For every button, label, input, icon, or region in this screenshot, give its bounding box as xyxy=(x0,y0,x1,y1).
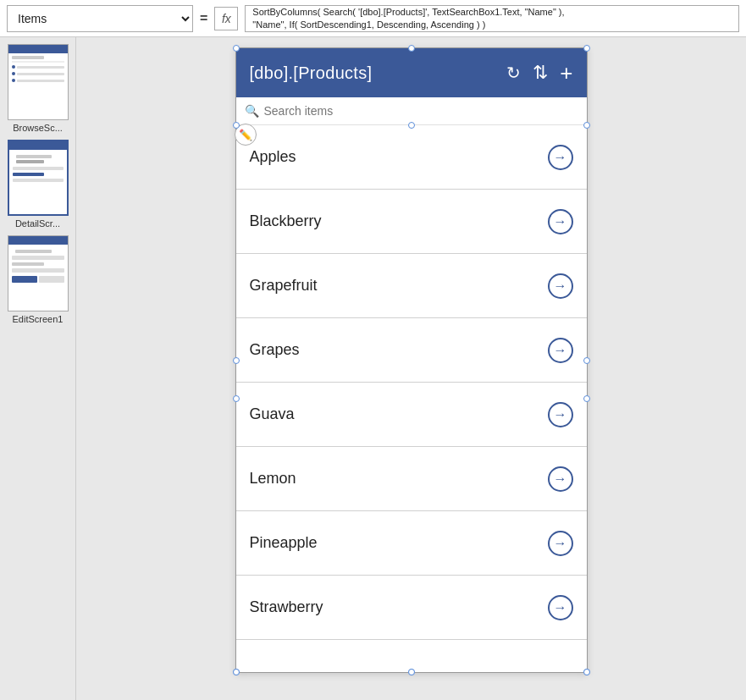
arrow-icon[interactable]: → xyxy=(548,273,573,299)
arrow-icon[interactable]: → xyxy=(548,466,573,492)
search-icon: 🔍 xyxy=(245,104,259,118)
list-item-empty xyxy=(236,640,587,672)
arrow-icon[interactable]: → xyxy=(548,402,573,427)
sidebar-item-browse[interactable]: BrowseSc... xyxy=(3,44,72,133)
sort-icon[interactable]: ⇅ xyxy=(533,62,548,84)
arrow-icon[interactable]: → xyxy=(548,531,573,556)
inner-handle-tl[interactable] xyxy=(233,122,240,129)
inner-handle-ml[interactable] xyxy=(233,395,240,402)
handle-tm[interactable] xyxy=(408,45,415,52)
inner-handle-mr[interactable] xyxy=(583,395,590,402)
inner-handle-bl[interactable] xyxy=(233,669,240,675)
app-frame: [dbo].[Products] ↻ ⇅ + 🔍 ✏️ xyxy=(235,47,588,673)
detail-thumb xyxy=(8,140,69,216)
canvas: [dbo].[Products] ↻ ⇅ + 🔍 ✏️ xyxy=(76,37,746,700)
refresh-icon[interactable]: ↻ xyxy=(506,63,521,83)
search-input[interactable] xyxy=(264,104,578,118)
sidebar-item-detail[interactable]: DetailScr... xyxy=(3,140,72,229)
inner-handle-tm[interactable] xyxy=(408,122,415,129)
main-area: BrowseSc... DetailScr... xyxy=(0,37,746,700)
browse-label: BrowseSc... xyxy=(13,123,63,133)
sidebar: BrowseSc... DetailScr... xyxy=(0,37,76,700)
list-container: ✏️ Apples → Blackberry → xyxy=(236,125,587,672)
toolbar: Items = fx SortByColumns( Search( '[dbo]… xyxy=(0,0,746,37)
app-header: [dbo].[Products] ↻ ⇅ + xyxy=(236,48,587,97)
arrow-icon[interactable]: → xyxy=(548,145,573,170)
handle-mr[interactable] xyxy=(583,357,590,364)
edit-label: EditScreen1 xyxy=(13,314,64,324)
equals-sign: = xyxy=(200,11,207,26)
formula-bar[interactable]: SortByColumns( Search( '[dbo].[Products]… xyxy=(245,5,739,32)
handle-tr[interactable] xyxy=(583,45,590,52)
add-icon[interactable]: + xyxy=(560,60,572,86)
list-item[interactable]: Pineapple → xyxy=(236,511,587,576)
arrow-icon[interactable]: → xyxy=(548,209,573,234)
arrow-icon[interactable]: → xyxy=(548,595,573,620)
handle-tl[interactable] xyxy=(233,45,240,52)
inner-handle-br[interactable] xyxy=(583,669,590,675)
list-item[interactable]: Guava → xyxy=(236,383,587,447)
edit-thumb xyxy=(8,235,69,311)
app-title: [dbo].[Products] xyxy=(250,63,373,83)
items-dropdown[interactable]: Items xyxy=(7,5,193,32)
list-item[interactable]: Blackberry → xyxy=(236,190,587,254)
list-item[interactable]: Strawberry → xyxy=(236,576,587,640)
list-item[interactable]: Lemon → xyxy=(236,447,587,511)
list-item[interactable]: Apples → xyxy=(236,125,587,190)
list-item[interactable]: Grapes → xyxy=(236,318,587,383)
inner-handle-bm[interactable] xyxy=(408,669,415,675)
detail-label: DetailScr... xyxy=(15,218,60,229)
sidebar-item-edit[interactable]: EditScreen1 xyxy=(3,235,72,324)
inner-handle-tr[interactable] xyxy=(583,122,590,129)
arrow-icon[interactable]: → xyxy=(548,338,573,363)
list-item[interactable]: Grapefruit → xyxy=(236,254,587,318)
handle-ml[interactable] xyxy=(233,357,240,364)
browse-thumb xyxy=(8,44,69,120)
header-icons: ↻ ⇅ + xyxy=(506,60,572,86)
fx-button[interactable]: fx xyxy=(214,7,238,30)
